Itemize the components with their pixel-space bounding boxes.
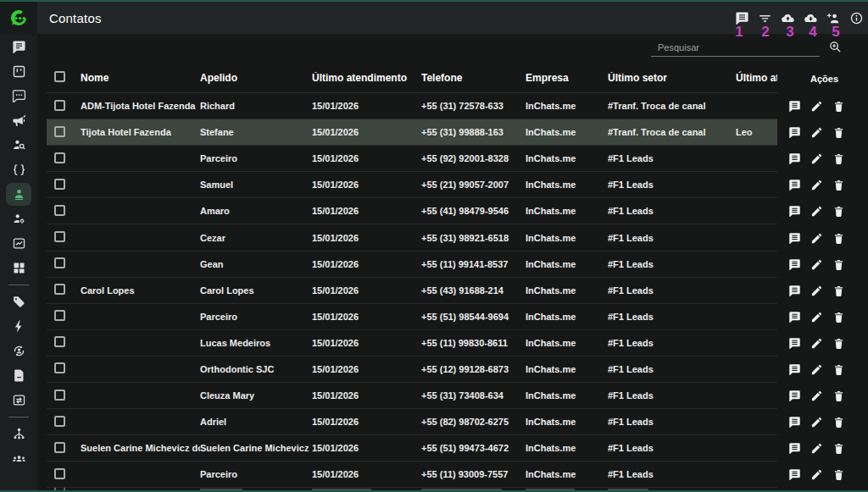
table-row[interactable]: Tijota Hotel Fazenda Stefane 15/01/2026 … (47, 119, 777, 146)
sidebar-item-dashboard[interactable] (0, 256, 37, 280)
row-checkbox[interactable] (54, 442, 65, 453)
row-checkbox[interactable] (54, 231, 65, 242)
cell-ultimo-atendente: Leo (736, 127, 777, 137)
open-chat-button[interactable] (787, 205, 801, 218)
open-chat-button[interactable] (787, 284, 801, 297)
sidebar-item-users[interactable] (0, 207, 37, 231)
delete-contact-button[interactable] (832, 126, 845, 140)
open-chat-button[interactable] (787, 257, 801, 271)
table-row[interactable]: Carol Lopes Carol Lopes 15/01/2026 +55 (… (47, 278, 777, 304)
sidebar-item-broadcast[interactable] (0, 339, 37, 363)
edit-contact-button[interactable] (810, 336, 823, 350)
row-checkbox[interactable] (54, 100, 65, 111)
open-chat-button[interactable] (787, 126, 801, 140)
delete-contact-button[interactable] (832, 310, 845, 323)
sidebar-item-reports[interactable] (0, 231, 37, 256)
edit-contact-button[interactable] (810, 257, 823, 271)
table-row[interactable]: Samuel 15/01/2026 +55 (21) 99057-2007 In… (47, 172, 777, 198)
edit-contact-button[interactable] (810, 284, 823, 297)
table-row[interactable]: Orthodontic SJC 15/01/2026 +55 (12) 9912… (47, 357, 777, 383)
delete-contact-button[interactable] (832, 152, 845, 166)
delete-contact-button[interactable] (832, 442, 845, 456)
open-chat-button[interactable] (787, 100, 801, 113)
cell-ultimo-atendimento: 15/01/2026 (312, 312, 421, 322)
edit-contact-button[interactable] (810, 126, 823, 140)
table-row[interactable]: Amaro 15/01/2026 +55 (41) 98479-9546 InC… (47, 198, 777, 224)
table-row[interactable]: Suelen Carine Michevicz dos Suelen Carin… (47, 435, 777, 462)
sidebar-item-contacts[interactable] (0, 182, 37, 207)
sidebar-item-api[interactable] (0, 158, 37, 182)
open-chat-button[interactable] (787, 442, 801, 456)
open-chat-button[interactable] (787, 416, 801, 429)
sidebar-item-documents[interactable] (0, 363, 37, 388)
table-row[interactable]: Gean 15/01/2026 +55 (11) 99141-8537 InCh… (47, 252, 777, 278)
row-checkbox[interactable] (54, 310, 65, 321)
row-checkbox[interactable] (54, 468, 65, 479)
open-chat-button[interactable] (787, 390, 801, 403)
open-chat-button[interactable] (787, 152, 801, 166)
open-chat-button[interactable] (787, 336, 801, 350)
row-checkbox[interactable] (54, 284, 65, 295)
cell-telefone: +55 (51) 98544-9694 (421, 312, 526, 322)
sidebar-item-kanban[interactable] (0, 59, 37, 84)
sidebar-item-chats[interactable] (0, 35, 37, 59)
search-input[interactable] (651, 40, 820, 57)
edit-contact-button[interactable] (810, 152, 823, 166)
edit-contact-button[interactable] (810, 310, 823, 323)
sidebar-item-messages[interactable] (0, 84, 37, 108)
sidebar-item-tags[interactable] (0, 290, 37, 314)
sidebar-item-shortcuts[interactable] (0, 314, 37, 339)
delete-contact-button[interactable] (832, 416, 845, 429)
info-button[interactable] (849, 10, 864, 25)
row-checkbox[interactable] (54, 390, 65, 401)
delete-contact-button[interactable] (832, 257, 845, 271)
table-row[interactable]: ADM-Tijota Hotel Fazenda Richard 15/01/2… (47, 93, 777, 119)
row-checkbox[interactable] (54, 205, 65, 216)
sidebar-item-groups[interactable] (0, 446, 37, 471)
delete-contact-button[interactable] (832, 100, 845, 113)
table-row[interactable]: Cleuza Mary 15/01/2026 +55 (31) 73408-63… (47, 383, 777, 409)
row-checkbox[interactable] (54, 257, 65, 268)
delete-contact-button[interactable] (832, 336, 845, 350)
delete-contact-button[interactable] (832, 362, 845, 376)
edit-contact-button[interactable] (810, 179, 823, 192)
select-all-checkbox[interactable] (54, 71, 65, 82)
open-chat-button[interactable] (787, 468, 801, 482)
row-checkbox[interactable] (54, 416, 65, 427)
open-chat-button[interactable] (787, 231, 801, 245)
row-checkbox[interactable] (54, 126, 65, 137)
table-row[interactable]: Parceiro 15/01/2026 +55 (92) 92001-8328 … (47, 146, 777, 172)
row-checkbox[interactable] (54, 336, 65, 347)
open-chat-button[interactable] (787, 179, 801, 192)
edit-contact-button[interactable] (810, 390, 823, 403)
table-row[interactable]: Parceiro 15/01/2026 +55 (51) 98544-9694 … (47, 304, 777, 330)
row-checkbox[interactable] (54, 152, 65, 163)
table-row[interactable]: Adriel 15/01/2026 +55 (82) 98702-6275 In… (47, 409, 777, 435)
edit-contact-button[interactable] (810, 231, 823, 245)
delete-contact-button[interactable] (832, 390, 845, 403)
delete-contact-button[interactable] (832, 205, 845, 218)
row-actions (784, 357, 865, 383)
open-chat-button[interactable] (787, 362, 801, 376)
delete-contact-button[interactable] (832, 468, 845, 482)
edit-contact-button[interactable] (810, 416, 823, 429)
sidebar-item-flows[interactable] (0, 422, 37, 446)
delete-contact-button[interactable] (832, 179, 845, 192)
sidebar-item-inbox[interactable] (0, 388, 37, 412)
advanced-search-button[interactable] (827, 39, 843, 54)
edit-contact-button[interactable] (810, 468, 823, 482)
open-chat-button[interactable] (787, 310, 801, 323)
row-checkbox[interactable] (54, 362, 65, 373)
table-row[interactable]: Parceiro 15/01/2026 +55 (11) 93009-7557 … (47, 462, 777, 488)
table-row[interactable]: Cezar 15/01/2026 +55 (31) 98921-6518 InC… (47, 224, 777, 251)
delete-contact-button[interactable] (832, 284, 845, 297)
edit-contact-button[interactable] (810, 205, 823, 218)
sidebar-item-campaigns[interactable] (0, 108, 37, 133)
sidebar-item-search-agent[interactable] (0, 133, 37, 158)
row-checkbox[interactable] (54, 179, 65, 190)
delete-contact-button[interactable] (832, 231, 845, 245)
table-row[interactable]: Lucas Medeiros 15/01/2026 +55 (11) 99830… (47, 330, 777, 357)
edit-contact-button[interactable] (810, 362, 823, 376)
edit-contact-button[interactable] (810, 100, 823, 113)
edit-contact-button[interactable] (810, 442, 823, 456)
